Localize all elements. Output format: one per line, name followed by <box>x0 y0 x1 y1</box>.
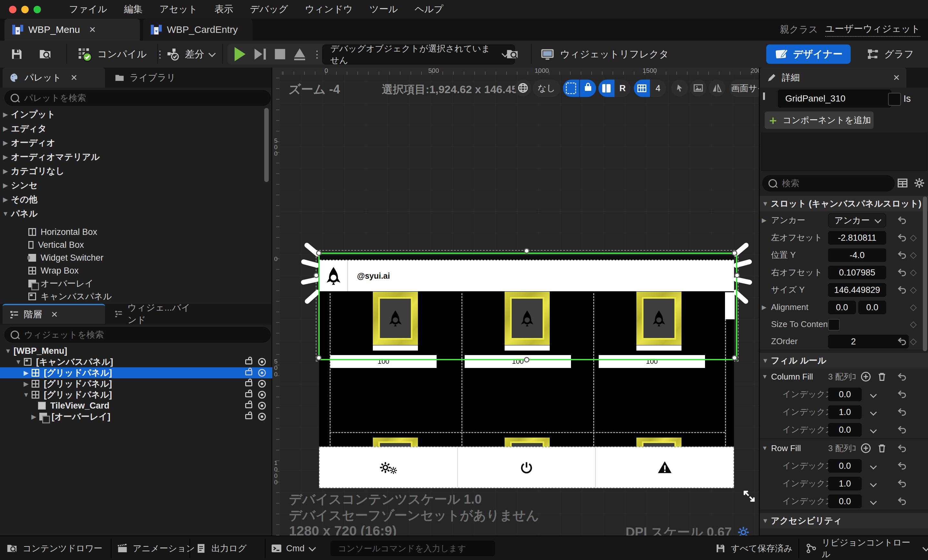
palette-category-input[interactable]: ▶インプット <box>0 107 271 122</box>
fill-value-field[interactable]: 0.0 <box>828 423 862 436</box>
chevron-down-icon[interactable]: ▼ <box>13 358 24 366</box>
hierarchy-row-grid-panel-3[interactable]: ▼ [グリッドパネル] <box>0 389 272 400</box>
card-widget[interactable] <box>505 438 550 447</box>
tab-wbp-menu[interactable]: ♥ WBP_Menu ✕ <box>5 19 140 41</box>
hierarchy-row-grid-panel-selected[interactable]: ▶ [グリッドパネル] <box>0 367 272 378</box>
chevron-down-icon[interactable] <box>870 409 877 416</box>
details-search-input[interactable] <box>781 178 888 189</box>
chevron-down-icon[interactable]: ▼ <box>3 347 14 355</box>
tab-wbp-cardentry[interactable]: ♥ WBP_CardEntry <box>143 19 253 41</box>
palette-search-input[interactable] <box>23 93 264 104</box>
play-options-icon[interactable]: ⋮ <box>312 49 322 60</box>
alignment-x-field[interactable]: 0.0 <box>828 301 856 314</box>
menu-debug[interactable]: デバッグ <box>250 3 288 16</box>
visibility-icon[interactable] <box>258 413 266 421</box>
reset-icon[interactable] <box>897 336 908 346</box>
chevron-down-icon[interactable]: ▼ <box>21 391 32 398</box>
console-command-input[interactable] <box>337 543 488 554</box>
keyframe-diamond-icon[interactable]: ◇ <box>910 250 917 260</box>
resize-handle[interactable] <box>732 355 737 360</box>
resize-handle[interactable] <box>313 273 319 278</box>
chevron-down-icon[interactable] <box>870 391 877 398</box>
dpi-scale-control[interactable]: DPI スケール 0.67 <box>626 523 750 536</box>
resize-handle[interactable] <box>316 355 322 360</box>
palette-item-widget-switcher[interactable]: Widget Switcher <box>28 251 270 264</box>
lock-icon[interactable] <box>245 392 252 397</box>
fill-value-field[interactable]: 0.0 <box>828 388 862 401</box>
palette-category-other[interactable]: ▶その他 <box>0 192 271 206</box>
chevron-down-icon[interactable] <box>870 498 877 505</box>
power-button[interactable] <box>458 447 596 487</box>
visibility-icon[interactable] <box>258 358 266 366</box>
menu-file[interactable]: ファイル <box>69 3 107 16</box>
hierarchy-row-wbp-menu[interactable]: ▼ [WBP_Menu] <box>0 345 272 356</box>
localization-preview-button[interactable] <box>514 79 531 96</box>
chevron-down-icon[interactable]: ▼ <box>762 445 768 452</box>
animation-button[interactable]: アニメーション <box>117 536 195 560</box>
grid-snap-toggle[interactable] <box>634 79 650 97</box>
chevron-down-icon[interactable] <box>870 427 877 433</box>
resize-handle[interactable] <box>732 250 737 256</box>
palette-category-uncategorized[interactable]: ▶カテゴリなし <box>0 164 271 178</box>
widget-name-input[interactable] <box>785 93 891 104</box>
fill-value-field[interactable]: 1.0 <box>828 405 862 419</box>
visibility-icon[interactable] <box>258 391 266 398</box>
hierarchy-row-grid-panel-2[interactable]: ▶ [グリッドパネル] <box>0 378 272 389</box>
keyframe-diamond-icon[interactable]: ◇ <box>910 284 917 295</box>
chevron-down-icon[interactable] <box>870 463 877 470</box>
widget-name-field[interactable] <box>778 90 891 108</box>
lock-icon[interactable] <box>245 370 252 375</box>
preview-none-button[interactable]: なし <box>533 79 560 97</box>
chevron-right-icon[interactable]: ▶ <box>28 413 39 421</box>
user-handle-bar[interactable]: @syui.ai <box>320 260 734 291</box>
menu-help[interactable]: ヘルプ <box>415 3 443 16</box>
preview-background-button[interactable] <box>690 79 707 96</box>
graph-mode-button[interactable]: グラフ <box>866 45 914 63</box>
tab-library[interactable]: ライブラリ <box>108 68 187 88</box>
designer-viewport[interactable]: 0 500 1000 1500 200 500 0 500 1000 ズーム -… <box>272 68 759 536</box>
tab-palette[interactable]: パレット ✕ <box>3 68 105 88</box>
stop-button[interactable] <box>275 49 285 59</box>
tab-widget-bind[interactable]: ウィジェ...バインド <box>108 304 204 324</box>
keyframe-diamond-icon[interactable]: ◇ <box>910 336 917 346</box>
frame-skip-button[interactable] <box>255 49 266 60</box>
slot-section-header[interactable]: ▼ スロット (キャンバスパネルスロット) <box>760 196 928 212</box>
accessibility-section-header[interactable]: ▼ アクセシビリティ <box>760 513 928 529</box>
resize-handle[interactable] <box>524 357 530 363</box>
resize-handle[interactable] <box>734 273 740 278</box>
chevron-right-icon[interactable]: ▶ <box>21 380 32 388</box>
lock-icon[interactable] <box>245 359 252 365</box>
reset-icon[interactable] <box>897 461 908 470</box>
fill-value-field[interactable]: 0.0 <box>828 494 862 508</box>
palette-scrollbar[interactable] <box>264 108 269 182</box>
details-scrollbar[interactable] <box>923 197 927 351</box>
size-to-content-checkbox[interactable] <box>828 319 840 331</box>
hierarchy-search[interactable] <box>5 327 271 342</box>
close-traffic-light[interactable] <box>9 6 17 13</box>
column-layout-toggle[interactable] <box>598 79 615 97</box>
offset-left-field[interactable]: -2.810811 <box>828 231 886 244</box>
save-icon[interactable] <box>10 47 24 61</box>
diff-button[interactable]: 差分 <box>166 45 214 63</box>
reset-icon[interactable] <box>897 233 908 242</box>
palette-item-vertical-box[interactable]: Vertical Box <box>28 238 270 251</box>
palette-item-wrap-box[interactable]: Wrap Box <box>28 264 270 277</box>
hierarchy-search-input[interactable] <box>23 330 264 340</box>
keyframe-diamond-icon[interactable]: ◇ <box>910 302 917 312</box>
parent-class-link[interactable]: ユーザーウィジェット <box>825 23 920 37</box>
keyframe-diamond-icon[interactable]: ◇ <box>910 232 917 243</box>
compile-button[interactable]: コンパイル ⋮ <box>77 45 165 63</box>
browse-debug-icon[interactable] <box>505 47 519 61</box>
debug-object-dropdown[interactable]: デバッグオブジェクトが選択されていません <box>322 44 515 64</box>
close-tab-icon[interactable]: ✕ <box>51 310 58 320</box>
close-tab-icon[interactable]: ✕ <box>89 25 96 35</box>
fill-value-field[interactable]: 1.0 <box>828 477 862 490</box>
visibility-icon[interactable] <box>258 380 266 388</box>
lock-widget-toggle[interactable] <box>579 79 596 97</box>
console-command-box[interactable] <box>331 541 495 556</box>
fill-rules-section-header[interactable]: ▼ フィル ルール <box>760 353 928 369</box>
settings-button[interactable] <box>320 447 458 487</box>
offset-right-field[interactable]: 0.107985 <box>828 266 886 279</box>
alignment-y-field[interactable]: 0.0 <box>858 301 886 314</box>
minimize-traffic-light[interactable] <box>21 6 29 13</box>
